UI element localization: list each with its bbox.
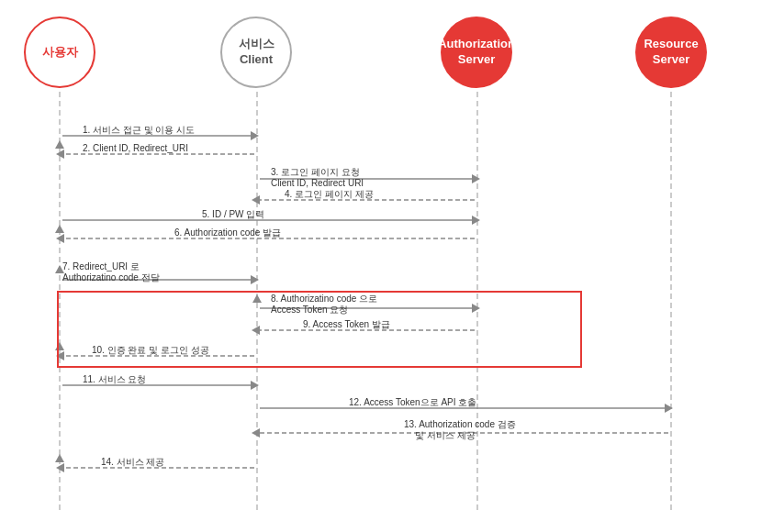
svg-marker-43 [251, 381, 259, 390]
actor-auth-circle: AuthorizationServer [441, 17, 512, 88]
svg-text:2. Client ID, Redirect_URI: 2. Client ID, Redirect_URI [83, 143, 188, 153]
actor-client: 서비스Client [220, 17, 292, 88]
svg-marker-55 [55, 454, 64, 462]
svg-text:7. Redirect_URI 로: 7. Redirect_URI 로 [62, 261, 140, 272]
svg-marker-24 [55, 225, 64, 233]
svg-marker-39 [56, 351, 64, 360]
svg-marker-46 [665, 404, 673, 413]
actor-resource-server: ResourceServer [635, 17, 707, 88]
svg-marker-36 [252, 326, 260, 335]
svg-text:14. 서비스 제공: 14. 서비스 제공 [101, 457, 164, 467]
actor-user-circle: 사용자 [24, 17, 95, 88]
svg-text:Client ID, Redirect URI: Client ID, Redirect URI [271, 178, 364, 188]
svg-marker-22 [56, 234, 64, 243]
svg-text:10. 인증 완료 및 로그인 성공: 10. 인증 완료 및 로그인 성공 [92, 345, 209, 355]
svg-text:6. Authorization code 발급: 6. Authorization code 발급 [174, 227, 281, 238]
actor-client-circle: 서비스Client [220, 17, 292, 88]
svg-text:8. Authorizatino code 으로: 8. Authorizatino code 으로 [271, 294, 377, 304]
svg-text:1. 서비스 접근 및 이용 시도: 1. 서비스 접근 및 이용 시도 [83, 125, 195, 135]
svg-text:9. Access Token 발급: 9. Access Token 발급 [303, 319, 390, 329]
svg-text:및 서비스 제공: 및 서비스 제공 [415, 430, 476, 440]
actor-user: 사용자 [24, 17, 95, 88]
svg-marker-53 [56, 463, 64, 472]
svg-text:3. 로그인 페이지 요청: 3. 로그인 페이지 요청 [271, 167, 360, 177]
svg-text:13. Authorization code 검증: 13. Authorization code 검증 [404, 419, 516, 429]
svg-marker-8 [56, 150, 64, 159]
svg-marker-29 [55, 265, 64, 273]
svg-text:11. 서비스 요청: 11. 서비스 요청 [83, 374, 146, 384]
svg-text:Access Token 요청: Access Token 요청 [271, 305, 348, 315]
svg-text:5. ID / PW 입력: 5. ID / PW 입력 [202, 209, 264, 219]
svg-marker-41 [55, 342, 64, 350]
svg-marker-12 [472, 174, 480, 183]
svg-text:4. 로그인 페이지 제공: 4. 로그인 페이지 제공 [285, 189, 374, 199]
svg-marker-9 [55, 140, 64, 149]
svg-marker-49 [252, 428, 260, 438]
svg-text:12. Access Token으로 API 호출: 12. Access Token으로 API 호출 [349, 397, 476, 407]
actor-resource-circle: ResourceServer [635, 17, 707, 88]
svg-marker-19 [472, 216, 480, 225]
actor-auth-server: AuthorizationServer [441, 17, 512, 88]
svg-marker-31 [472, 304, 480, 313]
diagram-container: 사용자 서비스Client AuthorizationServer Resour… [0, 0, 784, 532]
svg-marker-34 [252, 294, 262, 303]
svg-marker-26 [251, 275, 259, 284]
svg-marker-5 [251, 131, 259, 140]
svg-text:Authorizatino code 전달: Authorizatino code 전달 [62, 272, 160, 283]
svg-marker-16 [252, 195, 260, 205]
svg-rect-56 [58, 292, 581, 367]
